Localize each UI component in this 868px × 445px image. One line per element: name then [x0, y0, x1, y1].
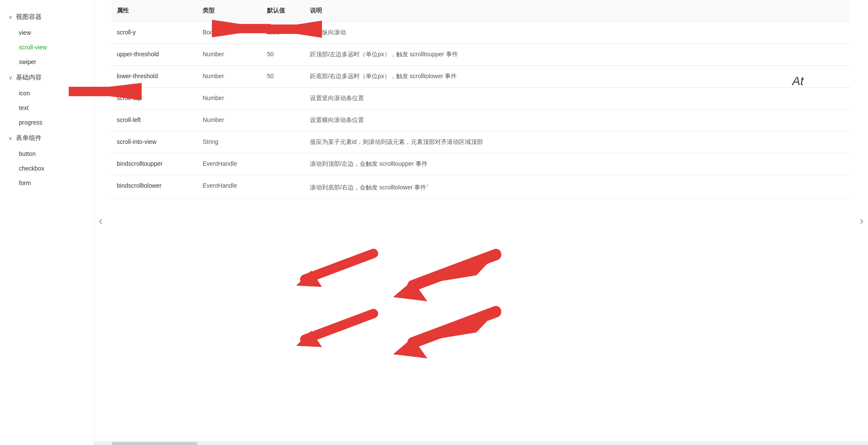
cell-attr-name: bindscrolltolower [112, 175, 197, 199]
cell-attr-type: Boolean [197, 22, 262, 44]
table-row: scroll-topNumber设置竖向滚动条位置 [112, 88, 851, 110]
table-row: bindscrolltolowerEventHandle滚动到底部/右边，会触发… [112, 175, 851, 199]
cell-attr-type: EventHandle [197, 175, 262, 199]
table-row: scroll-leftNumber设置横向滚动条位置 [112, 110, 851, 131]
main-content: ‹ › 属性 类型 默认值 说明 scroll-yBooleanfalse允许纵… [94, 0, 868, 445]
sidebar-category-label-3: 表单组件 [16, 134, 42, 142]
svg-line-3 [413, 255, 496, 286]
horizontal-scrollbar[interactable] [94, 442, 868, 445]
chevron-down-icon-3: ∨ [9, 135, 12, 141]
sidebar-item-button[interactable]: button [0, 146, 94, 161]
table-row: scroll-into-viewString值应为某子元素id，则滚动到该元素，… [112, 131, 851, 153]
table-area: ‹ › 属性 类型 默认值 说明 scroll-yBooleanfalse允许纵… [94, 0, 868, 442]
cell-attr-name: upper-threshold [112, 44, 197, 66]
cell-attr-name: lower-threshold [112, 66, 197, 88]
cell-attr-default: false [262, 22, 305, 44]
sidebar-category-label-2: 基础内容 [16, 73, 42, 82]
table-row: bindscrolltoupperEventHandle滚动到顶部/左边，会触发… [112, 153, 851, 175]
sidebar-item-checkbox[interactable]: checkbox [0, 161, 94, 176]
cell-attr-name: scroll-top [112, 88, 197, 110]
cell-attr-desc: 距顶部/左边多远时（单位px），触发 scrolltoupper 事件 [305, 44, 851, 66]
sidebar-item-progress[interactable]: progress [0, 115, 94, 130]
sidebar-item-form[interactable]: form [0, 176, 94, 190]
sidebar: ∨ 视图容器 view scroll-view swiper ∨ 基础内容 ic… [0, 0, 94, 445]
sidebar-category-view-container[interactable]: ∨ 视图容器 [0, 9, 94, 25]
cell-attr-type: Number [197, 44, 262, 66]
cell-attr-type: Number [197, 88, 262, 110]
at-label: At [792, 74, 804, 88]
cell-attr-default [262, 153, 305, 175]
cell-attr-desc: 允许纵向滚动 [305, 22, 851, 44]
table-row: scroll-yBooleanfalse允许纵向滚动 [112, 22, 851, 44]
cell-attr-default [262, 110, 305, 131]
sidebar-item-swiper[interactable]: swiper [0, 55, 94, 69]
nav-left-button[interactable]: ‹ [94, 210, 107, 232]
scrollbar-thumb[interactable] [112, 442, 197, 445]
cell-attr-type: EventHandle [197, 153, 262, 175]
cell-attr-type: Number [197, 110, 262, 131]
sidebar-item-text[interactable]: text [0, 101, 94, 115]
arrow-bindscrolltolower [393, 312, 496, 359]
cell-attr-default: 50 [262, 44, 305, 66]
col-header-default: 默认值 [262, 0, 305, 22]
arrow-bindscrolltoupper [393, 255, 496, 302]
sidebar-item-scroll-view[interactable]: scroll-view [0, 40, 94, 55]
cell-attr-default [262, 88, 305, 110]
cell-attr-default [262, 131, 305, 153]
svg-marker-4 [393, 280, 428, 301]
table-row: upper-thresholdNumber50距顶部/左边多远时（单位px），触… [112, 44, 851, 66]
attributes-table: 属性 类型 默认值 说明 scroll-yBooleanfalse允许纵向滚动u… [112, 0, 851, 199]
cell-attr-name: scroll-left [112, 110, 197, 131]
cell-attr-name: bindscrolltoupper [112, 153, 197, 175]
cell-attr-default [262, 175, 305, 199]
cell-attr-desc: 滚动到顶部/左边，会触发 scrolltoupper 事件 [305, 153, 851, 175]
sidebar-category-form[interactable]: ∨ 表单组件 [0, 130, 94, 146]
cell-attr-name: scroll-y [112, 22, 197, 44]
sidebar-item-icon[interactable]: icon [0, 86, 94, 101]
sidebar-category-basic-content[interactable]: ∨ 基础内容 [0, 69, 94, 86]
chevron-down-icon: ∨ [9, 14, 12, 20]
cell-attr-default: 50 [262, 66, 305, 88]
svg-marker-7 [393, 338, 428, 358]
cell-attr-desc: 滚动到底部/右边，会触发 scrolltolower 事件› [305, 175, 851, 199]
cell-attr-type: String [197, 131, 262, 153]
cell-attr-desc: 设置竖向滚动条位置 [305, 88, 851, 110]
col-header-type: 类型 [197, 0, 262, 22]
svg-line-6 [413, 312, 496, 343]
sidebar-category-label: 视图容器 [16, 13, 42, 21]
col-header-desc: 说明 [305, 0, 851, 22]
cell-attr-desc: 值应为某子元素id，则滚动到该元素，元素顶部对齐滚动区域顶部 [305, 131, 851, 153]
svg-marker-2 [413, 255, 496, 286]
cell-attr-type: Number [197, 66, 262, 88]
table-row: lower-thresholdNumber50距底部/右边多远时（单位px），触… [112, 66, 851, 88]
nav-right-button[interactable]: › [856, 210, 868, 232]
sidebar-item-view[interactable]: view [0, 25, 94, 40]
cell-attr-desc: 距底部/右边多远时（单位px），触发 scrolltolower 事件 [305, 66, 851, 88]
cell-attr-name: scroll-into-view [112, 131, 197, 153]
chevron-down-icon-2: ∨ [9, 75, 12, 81]
col-header-name: 属性 [112, 0, 197, 22]
cell-attr-desc: 设置横向滚动条位置 [305, 110, 851, 131]
svg-marker-5 [413, 312, 496, 343]
